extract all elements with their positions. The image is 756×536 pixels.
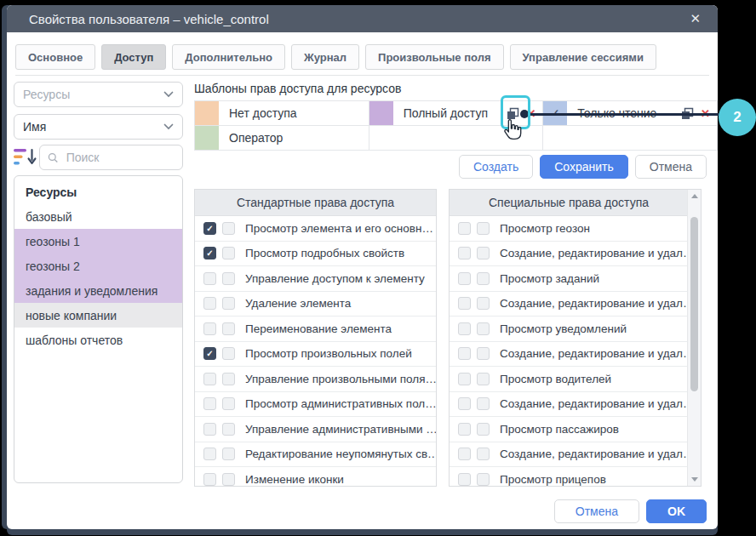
allow-checkbox[interactable] bbox=[458, 448, 471, 460]
deny-checkbox[interactable] bbox=[222, 448, 235, 460]
allow-checkbox[interactable] bbox=[458, 397, 471, 410]
allow-checkbox[interactable] bbox=[203, 448, 216, 460]
dialog-title: Свойства пользователя – vehicle_control bbox=[29, 12, 269, 26]
search-input[interactable] bbox=[65, 150, 175, 165]
close-icon[interactable]: ✕ bbox=[690, 11, 701, 26]
name-filter-select[interactable]: Имя bbox=[14, 114, 183, 140]
template-operator[interactable]: Оператор bbox=[195, 126, 369, 150]
resource-list-item[interactable]: геозоны 2 bbox=[14, 254, 182, 278]
scrollbar[interactable] bbox=[687, 190, 701, 486]
deny-checkbox[interactable] bbox=[477, 222, 490, 235]
deny-checkbox[interactable] bbox=[222, 222, 235, 235]
cancel-template-button[interactable]: Отмена bbox=[635, 155, 707, 179]
deny-checkbox[interactable] bbox=[477, 448, 490, 460]
deny-checkbox[interactable] bbox=[477, 397, 490, 410]
resource-list-item[interactable]: новые компании bbox=[14, 303, 182, 328]
allow-checkbox[interactable] bbox=[203, 247, 216, 259]
resource-list-item[interactable]: Ресурсы bbox=[14, 180, 182, 204]
right-label: Просмотр прицепов bbox=[500, 473, 606, 486]
resource-list-item[interactable]: геозоны 1 bbox=[14, 229, 182, 254]
tabs-divider bbox=[15, 75, 709, 76]
right-label: Просмотр уведомлений bbox=[500, 322, 627, 335]
deny-checkbox[interactable] bbox=[222, 297, 235, 310]
allow-checkbox[interactable] bbox=[203, 322, 216, 335]
allow-checkbox[interactable] bbox=[203, 423, 216, 436]
tab[interactable]: Журнал bbox=[291, 44, 359, 70]
save-template-button[interactable]: Сохранить bbox=[540, 155, 628, 179]
deny-checkbox[interactable] bbox=[477, 272, 490, 285]
right-label: Редактирование неупомянутых св… bbox=[245, 448, 437, 460]
template-name: Полный доступ bbox=[404, 106, 488, 120]
deny-checkbox[interactable] bbox=[477, 322, 490, 335]
special-rights-rows: Просмотр геозон Создание, редактирование… bbox=[450, 216, 688, 487]
create-template-button[interactable]: Создать bbox=[459, 155, 533, 179]
right-row: Изменение иконки bbox=[195, 467, 436, 487]
deny-checkbox[interactable] bbox=[222, 247, 235, 259]
tab[interactable]: Дополнительно bbox=[172, 44, 285, 70]
allow-checkbox[interactable] bbox=[458, 272, 471, 285]
deny-checkbox[interactable] bbox=[477, 347, 490, 360]
deny-checkbox[interactable] bbox=[222, 423, 235, 436]
right-row: Просмотр уведомлений bbox=[450, 316, 688, 342]
resource-name: геозоны 1 bbox=[26, 235, 80, 248]
allow-checkbox[interactable] bbox=[458, 247, 471, 259]
right-row: Переименование элемента bbox=[195, 316, 436, 342]
tab[interactable]: Доступ bbox=[101, 44, 166, 70]
allow-checkbox[interactable] bbox=[458, 297, 471, 310]
scroll-up-arrow[interactable] bbox=[688, 194, 701, 198]
allow-checkbox[interactable] bbox=[203, 397, 216, 410]
standard-rights-panel: Стандартные права доступа Просмотр элеме… bbox=[194, 189, 437, 487]
right-label: Удаление элемента bbox=[245, 297, 351, 310]
deny-checkbox[interactable] bbox=[477, 473, 490, 486]
tab-label: Произвольные поля bbox=[378, 51, 490, 64]
deny-checkbox[interactable] bbox=[477, 247, 490, 259]
scrollbar-thumb[interactable] bbox=[690, 217, 698, 391]
resource-list-item[interactable]: базовый bbox=[14, 204, 182, 229]
right-label: Просмотр водителей bbox=[500, 373, 611, 385]
allow-checkbox[interactable] bbox=[203, 222, 216, 235]
screenshot-stage: Свойства пользователя – vehicle_control … bbox=[0, 0, 756, 536]
allow-checkbox[interactable] bbox=[458, 347, 471, 360]
right-label: Просмотр геозон bbox=[500, 222, 590, 235]
allow-checkbox[interactable] bbox=[203, 272, 216, 285]
right-label: Создание, редактирование и удал… bbox=[500, 448, 694, 460]
allow-checkbox[interactable] bbox=[458, 423, 471, 436]
deny-checkbox[interactable] bbox=[222, 347, 235, 360]
tab-bar: Основное Доступ Дополнительно Журнал Про… bbox=[15, 44, 656, 70]
deny-checkbox[interactable] bbox=[477, 373, 490, 385]
sort-icon[interactable] bbox=[14, 148, 37, 166]
allow-checkbox[interactable] bbox=[203, 373, 216, 385]
tab[interactable]: Управление сессиями bbox=[510, 44, 656, 70]
resource-list-item[interactable]: задания и уведомления bbox=[14, 278, 182, 303]
allow-checkbox[interactable] bbox=[203, 297, 216, 310]
deny-checkbox[interactable] bbox=[222, 272, 235, 285]
deny-checkbox[interactable] bbox=[222, 473, 235, 486]
resource-list-item[interactable]: шаблоны отчетов bbox=[14, 328, 182, 352]
deny-checkbox[interactable] bbox=[222, 322, 235, 335]
tab[interactable]: Произвольные поля bbox=[365, 44, 503, 70]
resource-list: Ресурсы базовый геозоны 1 геозоны 2 зада… bbox=[14, 175, 183, 483]
deny-checkbox[interactable] bbox=[477, 423, 490, 436]
template-no-access[interactable]: Нет доступа bbox=[195, 101, 369, 125]
scroll-down-arrow[interactable] bbox=[688, 477, 701, 482]
right-label: Переименование элемента bbox=[245, 322, 392, 335]
ok-button[interactable]: OK bbox=[646, 499, 707, 523]
cancel-button[interactable]: Отмена bbox=[554, 499, 639, 523]
right-row: Просмотр административных пол… bbox=[195, 392, 436, 418]
right-label: Просмотр заданий bbox=[500, 272, 599, 285]
resource-type-select[interactable]: Ресурсы bbox=[14, 82, 183, 107]
deny-checkbox[interactable] bbox=[222, 397, 235, 410]
special-rights-header: Специальные права доступа bbox=[450, 190, 701, 216]
right-row: Управление доступом к элементу bbox=[195, 266, 436, 292]
allow-checkbox[interactable] bbox=[458, 473, 471, 486]
allow-checkbox[interactable] bbox=[458, 322, 471, 335]
allow-checkbox[interactable] bbox=[203, 473, 216, 486]
tab[interactable]: Основное bbox=[15, 44, 95, 70]
allow-checkbox[interactable] bbox=[203, 347, 216, 360]
allow-checkbox[interactable] bbox=[458, 222, 471, 235]
tab-label: Дополнительно bbox=[185, 51, 272, 64]
deny-checkbox[interactable] bbox=[222, 373, 235, 385]
deny-checkbox[interactable] bbox=[477, 297, 490, 310]
chevron-down-icon bbox=[163, 123, 174, 130]
allow-checkbox[interactable] bbox=[458, 373, 471, 385]
